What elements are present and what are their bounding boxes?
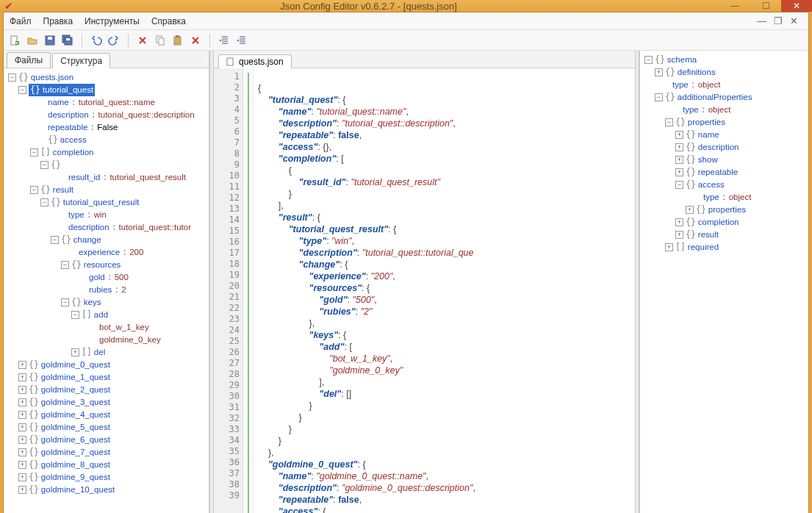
cut-icon[interactable] [136, 34, 149, 47]
save-all-icon[interactable] [61, 34, 74, 47]
line-gutter: for(let i=1;i<=39;i++)document.write(i+"… [214, 68, 243, 513]
new-file-icon[interactable] [8, 34, 21, 47]
tab-structure[interactable]: Структура [52, 53, 110, 68]
title-bar: ✔ Json Config Editor v0.6.2.7 - [quests.… [0, 0, 812, 12]
app-icon: ✔ [0, 0, 18, 12]
menu-help[interactable]: Справка [151, 16, 186, 26]
tree-node-selected[interactable]: {} tutorial_quest [29, 84, 95, 96]
window-title: Json Config Editor v0.6.2.7 - [quests.js… [18, 1, 719, 12]
code-editor[interactable]: for(let i=1;i<=39;i++)document.write(i+"… [214, 68, 635, 513]
left-panel: Файлы Структура −{} quests.json −{} tuto… [4, 51, 209, 513]
svg-rect-6 [66, 38, 70, 40]
mdi-controls: — ❐ ✕ [757, 15, 798, 26]
tab-files[interactable]: Файлы [7, 52, 51, 68]
paste-icon[interactable] [171, 34, 184, 47]
close-button[interactable]: ✕ [781, 0, 812, 12]
mdi-restore[interactable]: ❐ [774, 15, 783, 26]
open-file-icon[interactable] [26, 34, 39, 47]
delete-icon[interactable] [189, 34, 202, 47]
menu-edit[interactable]: Правка [43, 16, 73, 26]
toolbar [4, 30, 808, 51]
editor-panel: quests.json for(let i=1;i<=39;i++)docume… [214, 51, 635, 513]
save-icon[interactable] [43, 34, 57, 47]
maximize-button[interactable]: ☐ [750, 0, 781, 12]
expand-icon[interactable]: − [8, 73, 16, 82]
mdi-minimize[interactable]: — [757, 15, 766, 26]
svg-rect-10 [176, 35, 179, 37]
outdent-icon[interactable] [218, 34, 231, 47]
svg-rect-9 [174, 37, 181, 45]
copy-icon[interactable] [154, 34, 167, 47]
menu-tools[interactable]: Инструменты [85, 16, 140, 26]
menu-file[interactable]: Файл [10, 16, 32, 26]
structure-tree[interactable]: −{} quests.json −{} tutorial_quest name … [4, 68, 209, 513]
indent-icon[interactable] [235, 34, 248, 47]
svg-rect-3 [48, 37, 52, 40]
undo-icon[interactable] [90, 34, 103, 47]
mdi-close[interactable]: ✕ [790, 15, 798, 26]
code-area[interactable]: { "tutorial_quest": { "name": "tutorial_… [254, 68, 635, 513]
fold-gutter[interactable] [243, 68, 254, 513]
menu-bar: Файл Правка Инструменты Справка — ❐ ✕ [4, 12, 808, 30]
schema-panel[interactable]: −{} schema +{} definitions type : object… [639, 51, 808, 513]
minimize-button[interactable]: — [719, 0, 750, 12]
file-icon [226, 57, 235, 66]
svg-rect-8 [159, 38, 164, 45]
redo-icon[interactable] [107, 34, 121, 47]
file-tab[interactable]: quests.json [218, 54, 292, 68]
